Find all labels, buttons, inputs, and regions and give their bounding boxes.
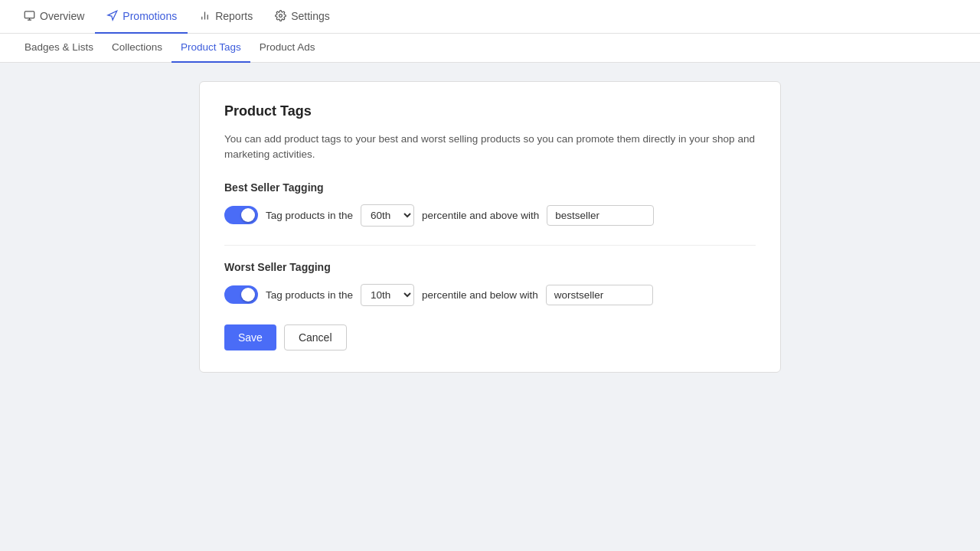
worst-seller-tag-input[interactable] — [546, 285, 653, 305]
nav-reports-label: Reports — [215, 10, 253, 22]
product-tags-card: Product Tags You can add product tags to… — [199, 81, 781, 373]
gear-icon — [274, 10, 286, 22]
best-seller-title: Best Seller Tagging — [224, 181, 756, 194]
best-seller-tag-input[interactable] — [547, 205, 654, 226]
best-seller-toggle-thumb — [241, 208, 255, 222]
nav-promotions-label: Promotions — [122, 10, 177, 22]
cancel-button[interactable]: Cancel — [284, 324, 347, 350]
subnav-collections[interactable]: Collections — [103, 34, 172, 63]
nav-overview-label: Overview — [40, 10, 84, 22]
chart-icon — [198, 10, 211, 22]
subnav-product-tags[interactable]: Product Tags — [172, 34, 250, 63]
subnav-product-ads[interactable]: Product Ads — [250, 34, 325, 63]
worst-seller-toggle-track — [224, 285, 258, 304]
worst-seller-toggle-thumb — [241, 288, 255, 302]
worst-seller-tag-label: Tag products in the — [266, 289, 353, 301]
megaphone-icon — [106, 10, 118, 22]
nav-settings-label: Settings — [291, 10, 330, 22]
nav-promotions[interactable]: Promotions — [95, 0, 188, 34]
worst-seller-title: Worst Seller Tagging — [224, 261, 756, 273]
subnav-badges-lists[interactable]: Badges & Lists — [15, 34, 103, 63]
nav-settings[interactable]: Settings — [263, 0, 341, 34]
monitor-icon — [23, 10, 35, 22]
best-seller-percentile-text: percentile and above with — [422, 210, 539, 221]
save-button[interactable]: Save — [224, 324, 276, 350]
worst-seller-section: Worst Seller Tagging Tag products in the… — [224, 261, 756, 306]
section-divider — [224, 245, 756, 246]
worst-seller-percentile-text: percentile and below with — [422, 289, 538, 301]
top-navigation: Overview Promotions Reports Settings — [0, 0, 980, 34]
card-description: You can add product tags to your best an… — [224, 132, 756, 163]
best-seller-tag-label: Tag products in the — [266, 210, 353, 221]
main-content: Product Tags You can add product tags to… — [0, 63, 980, 391]
svg-rect-0 — [24, 11, 34, 18]
card-title: Product Tags — [224, 103, 756, 119]
worst-seller-percentile-select[interactable]: 10th 20th 30th 40th 50th 60th 70th 80th … — [361, 284, 414, 306]
worst-seller-row: Tag products in the 10th 20th 30th 40th … — [224, 284, 756, 306]
nav-reports[interactable]: Reports — [188, 0, 263, 34]
svg-point-6 — [279, 15, 282, 18]
best-seller-row: Tag products in the 60th 10th 20th 30th … — [224, 204, 756, 227]
nav-overview[interactable]: Overview — [12, 0, 95, 34]
sub-navigation: Badges & Lists Collections Product Tags … — [0, 34, 980, 63]
best-seller-toggle-track — [224, 206, 258, 224]
button-row: Save Cancel — [224, 324, 756, 350]
worst-seller-toggle[interactable] — [224, 285, 258, 304]
best-seller-percentile-select[interactable]: 60th 10th 20th 30th 40th 50th 70th 80th … — [361, 204, 414, 227]
best-seller-toggle[interactable] — [224, 206, 258, 224]
best-seller-section: Best Seller Tagging Tag products in the … — [224, 181, 756, 227]
